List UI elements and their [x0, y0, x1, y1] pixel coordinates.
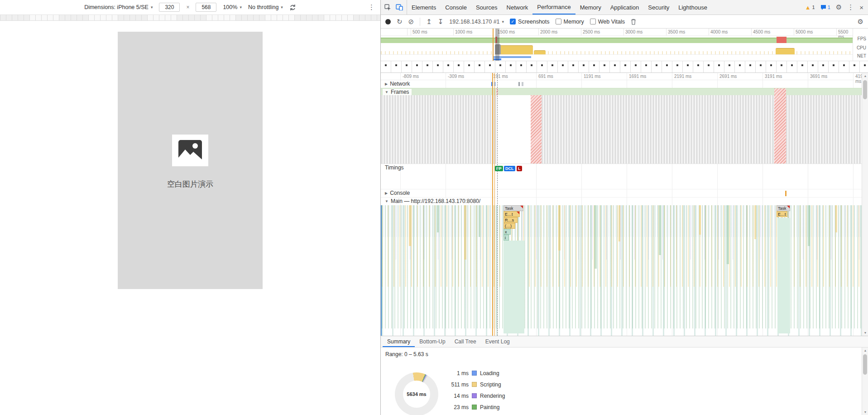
legend-row: 1 ms Loading [440, 367, 505, 379]
tab-elements[interactable]: Elements [407, 0, 441, 14]
chevron-down-icon: ▾ [151, 5, 153, 10]
zoom-select[interactable]: 100% ▾ [223, 4, 242, 10]
record-button[interactable] [385, 19, 391, 24]
fcp-line-marker [492, 73, 493, 336]
summary-legend: 1 ms Loading 511 ms Scripting 14 ms Rend… [440, 367, 505, 413]
dimensions-multiply-label: × [186, 4, 189, 10]
scrollbar-thumb[interactable] [863, 354, 867, 375]
flame-bar[interactable]: (…) [504, 223, 515, 229]
fp-marker[interactable]: FP [495, 166, 503, 171]
load-profile-icon[interactable]: ↥ [426, 18, 432, 26]
tab-summary[interactable]: Summary [383, 336, 415, 347]
frames-track-label: Frames [391, 89, 409, 95]
image-placeholder-tile [172, 135, 208, 166]
chevron-down-icon: ▾ [281, 5, 283, 10]
disclosure-collapsed-icon[interactable]: ▶ [385, 82, 388, 86]
tab-memory[interactable]: Memory [575, 0, 606, 14]
overview-ruler-label: 4000 ms [710, 29, 728, 34]
disclosure-expanded-icon[interactable]: ▼ [385, 199, 388, 203]
screenshots-filmstrip[interactable] [381, 61, 868, 73]
capture-settings-gear-icon[interactable]: ⚙ [858, 18, 863, 26]
task-stack[interactable]: Task E…t R…s (…) x i [504, 205, 524, 241]
clear-recording-icon[interactable]: ⊘ [408, 18, 414, 26]
device-height-input[interactable] [196, 3, 216, 12]
messages-badge[interactable]: 1 [820, 5, 830, 10]
network-request-marker[interactable] [518, 82, 520, 86]
tab-application[interactable]: Application [606, 0, 644, 14]
tab-call-tree[interactable]: Call Tree [450, 336, 481, 347]
summary-scrollbar[interactable]: ▲ ▼ [862, 347, 868, 415]
warnings-count: 1 [812, 5, 815, 10]
flame-activity-column [777, 218, 790, 333]
tab-console[interactable]: Console [441, 0, 471, 14]
toggle-device-toolbar-icon[interactable] [396, 4, 403, 10]
overview-window-edge[interactable] [495, 29, 499, 61]
overview-graph[interactable]: 500 ms 1000 ms 1500 ms 2000 ms 2500 ms 3… [381, 29, 853, 61]
scroll-up-icon[interactable]: ▲ [862, 73, 868, 79]
tab-lighthouse[interactable]: Lighthouse [674, 0, 712, 14]
timings-track[interactable]: Timings FP DCL L [381, 164, 868, 174]
devtools-panel: Elements Console Sources Network Perform… [381, 0, 868, 415]
long-frame-block[interactable] [774, 95, 786, 164]
horizontal-ruler [0, 15, 380, 21]
reload-and-record-icon[interactable]: ↻ [397, 18, 403, 26]
disclosure-collapsed-icon[interactable]: ▶ [385, 191, 388, 195]
checkbox-label: Memory [564, 19, 584, 25]
trash-icon[interactable] [631, 19, 636, 25]
main-thread-track-header[interactable]: ▼Main — http://192.168.143.170:8080/ [381, 197, 868, 205]
tab-network[interactable]: Network [502, 0, 533, 14]
console-message-marker[interactable] [785, 191, 786, 196]
scroll-down-icon[interactable]: ▼ [862, 330, 868, 336]
device-toolbar-menu-icon[interactable]: ⋮ [368, 3, 375, 11]
frames-track-header[interactable]: ▼Frames [381, 88, 868, 95]
save-profile-icon[interactable]: ↧ [438, 18, 444, 26]
device-screen[interactable]: 空白图片演示 [118, 32, 263, 289]
tab-security[interactable]: Security [643, 0, 674, 14]
flame-bar[interactable]: x [504, 229, 511, 235]
flame-bar-event[interactable]: E…t [777, 211, 787, 217]
close-icon[interactable]: × [859, 4, 863, 11]
scroll-up-icon[interactable]: ▲ [862, 347, 868, 353]
summary-pane: Range: 0 – 5.63 s 5634 ms 1 ms Loading 5… [381, 347, 868, 415]
flame-bar[interactable]: R…s [504, 217, 518, 223]
tab-bottom-up[interactable]: Bottom-Up [415, 336, 450, 347]
flame-bar-task[interactable]: Task [777, 205, 790, 211]
devtools-menu-icon[interactable]: ⋮ [847, 3, 854, 11]
checkbox-web-vitals[interactable]: Web Vitals [590, 19, 625, 25]
throttling-select[interactable]: No throttling ▾ [248, 4, 283, 10]
range-label: Range: 0 – 5.63 s [385, 351, 428, 357]
rotate-icon[interactable] [289, 4, 296, 11]
device-select[interactable]: Dimensions: iPhone 5/SE ▾ [84, 4, 153, 10]
checkbox-screenshots[interactable]: ✓ Screenshots [510, 19, 549, 25]
load-marker[interactable]: L [517, 166, 522, 171]
scroll-down-icon[interactable]: ▼ [862, 409, 868, 415]
timeline-overview[interactable]: 500 ms 1000 ms 1500 ms 2000 ms 2500 ms 3… [381, 29, 868, 61]
timeline-detail[interactable]: -809 ms -309 ms 191 ms 691 ms 1191 ms 16… [381, 73, 868, 336]
settings-gear-icon[interactable]: ⚙ [836, 3, 842, 11]
flame-bar-task[interactable]: Task [504, 205, 523, 211]
playhead-line[interactable] [497, 73, 498, 336]
tab-event-log[interactable]: Event Log [481, 336, 514, 347]
flame-bar[interactable]: i [504, 235, 509, 241]
scripting-swatch-icon [472, 382, 477, 387]
timeline-scrollbar[interactable]: ▲ ▼ [862, 73, 868, 336]
disclosure-expanded-icon[interactable]: ▼ [385, 90, 388, 94]
console-track[interactable]: ▶Console [381, 189, 868, 197]
recording-history-select[interactable]: 192.168.143.170 #1 ▾ [449, 19, 504, 25]
flame-bar-event[interactable]: E…t [504, 211, 520, 217]
network-track[interactable]: ▶Network [381, 80, 868, 88]
frames-track[interactable] [381, 95, 868, 164]
task-stack[interactable]: Task E…t [777, 205, 791, 217]
scrollbar-thumb[interactable] [863, 80, 867, 99]
device-width-input[interactable] [159, 3, 180, 12]
painting-swatch-icon [472, 405, 477, 410]
dcl-marker[interactable]: DCL [504, 166, 515, 171]
checkbox-memory[interactable]: Memory [556, 19, 584, 25]
inspect-element-icon[interactable] [384, 4, 391, 11]
main-thread-flamechart[interactable]: Task E…t R…s (…) x i Task E…t [381, 205, 868, 336]
warnings-badge[interactable]: ▲1 [805, 4, 815, 11]
tab-sources[interactable]: Sources [471, 0, 502, 14]
long-frame-block[interactable] [531, 95, 542, 164]
tab-performance[interactable]: Performance [532, 0, 575, 14]
network-request-marker[interactable] [522, 82, 523, 86]
